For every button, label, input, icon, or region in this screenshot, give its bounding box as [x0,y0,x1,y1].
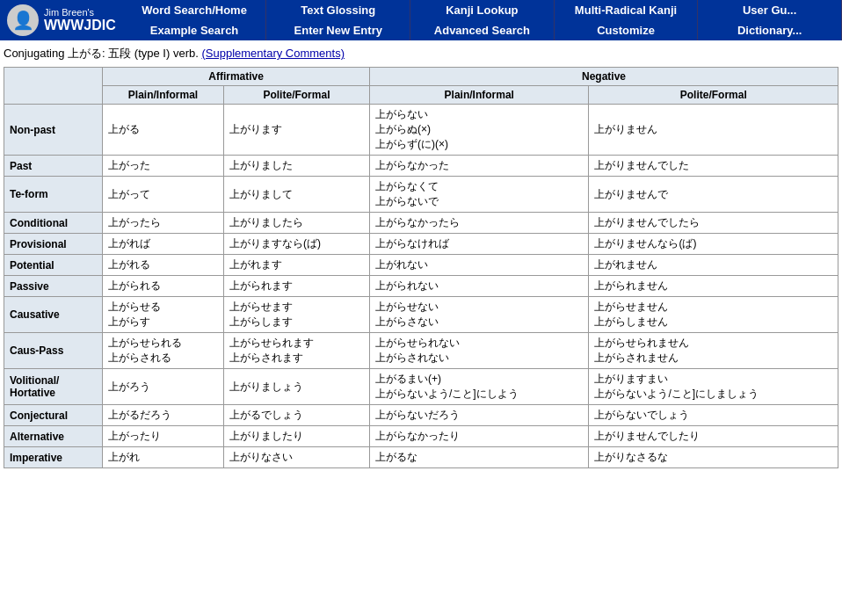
cell-neg_plain: 上がらせない 上がらさない [370,297,589,333]
logo-name: Jim Breen's [44,7,116,18]
row-label: Conjectural [4,405,103,426]
neg-polite-header: Polite/Formal [589,86,838,105]
cell-aff_plain: 上がったら [103,213,224,234]
nav-item[interactable]: Example Search [123,20,267,40]
cell-neg_polite: 上がりませんでした [589,156,838,177]
cell-neg_plain: 上がるまい(+) 上がらないよう/こと]にしよう [370,369,589,405]
table-row: Te-form上がって上がりまして上がらなくて 上がらないで上がりませんで [4,177,838,213]
cell-aff_plain: 上がられる [103,276,224,297]
nav-item[interactable]: User Gu... [698,0,842,20]
cell-neg_polite: 上がりますまい 上がらないよう/こと]にしましょう [589,369,838,405]
cell-aff_polite: 上がりましたり [223,426,369,447]
cell-neg_plain: 上がらなかったら [370,213,589,234]
table-row: Potential上がれる上がれます上がれない上がれません [4,255,838,276]
row-label: Provisional [4,234,103,255]
cell-neg_plain: 上がらない 上がらぬ(×) 上がらず(に)(×) [370,105,589,156]
row-label: Conditional [4,213,103,234]
cell-aff_plain: 上がれる [103,255,224,276]
nav-item[interactable]: Customize [555,20,699,40]
row-label: Caus-Pass [4,333,103,369]
cell-neg_polite: 上がられません [589,276,838,297]
nav-item[interactable]: Word Search/Home [123,0,267,20]
cell-aff_plain: 上がらせる 上がらす [103,297,224,333]
table-row: Passive上がられる上がられます上がられない上がられません [4,276,838,297]
table-row: Causative上がらせる 上がらす上がらせます 上がらします上がらせない 上… [4,297,838,333]
logo-area: 👤 Jim Breen's WWWJDIC [0,0,123,40]
cell-aff_polite: 上がりました [223,156,369,177]
table-row: Alternative上がったり上がりましたり上がらなかったり上がりませんでした… [4,426,838,447]
cell-aff_polite: 上がらせます 上がらします [223,297,369,333]
cell-aff_polite: 上がりますなら(ば) [223,234,369,255]
cell-neg_polite: 上がりません [589,105,838,156]
row-label: Passive [4,276,103,297]
row-label: Volitional/ Hortative [4,369,103,405]
row-label: Alternative [4,426,103,447]
logo-brand: WWWJDIC [44,18,116,33]
cell-neg_plain: 上がらせられない 上がらされない [370,333,589,369]
cell-aff_polite: 上がりましょう [223,369,369,405]
nav-row-bottom: Example SearchEnter New EntryAdvanced Se… [123,20,842,40]
table-row: Volitional/ Hortative上がろう上がりましょう上がるまい(+)… [4,369,838,405]
cell-neg_polite: 上がらせません 上がらしません [589,297,838,333]
row-label: Te-form [4,177,103,213]
aff-plain-header: Plain/Informal [103,86,224,105]
subtitle: Conjugating 上がる: 五段 (type I) verb. (Supp… [4,46,838,62]
nav-area: Word Search/HomeText GlossingKanji Looku… [123,0,842,40]
table-row: Imperative上がれ上がりなさい上がるな上がりなさるな [4,447,838,468]
table-row: Conditional上がったら上がりましたら上がらなかったら上がりませんでした… [4,213,838,234]
cell-neg_plain: 上がらなかった [370,156,589,177]
cell-neg_polite: 上がりませんでしたり [589,426,838,447]
nav-item[interactable]: Text Glossing [266,0,410,20]
cell-aff_polite: 上がられます [223,276,369,297]
avatar: 👤 [7,4,39,36]
cell-neg_plain: 上がられない [370,276,589,297]
cell-aff_plain: 上がらせられる 上がらされる [103,333,224,369]
cell-aff_polite: 上がります [223,105,369,156]
table-row: Provisional上がれば上がりますなら(ば)上がらなければ上がりませんなら… [4,234,838,255]
cell-neg_plain: 上がらなくて 上がらないで [370,177,589,213]
nav-item[interactable]: Enter New Entry [266,20,410,40]
cell-aff_polite: 上がらせられます 上がらされます [223,333,369,369]
row-label: Causative [4,297,103,333]
cell-aff_polite: 上がるでしょう [223,405,369,426]
cell-neg_polite: 上がれません [589,255,838,276]
cell-neg_polite: 上がらせられません 上がらされません [589,333,838,369]
cell-neg_plain: 上がらないだろう [370,405,589,426]
cell-aff_plain: 上がるだろう [103,405,224,426]
row-label: Past [4,156,103,177]
cell-aff_polite: 上がりましたら [223,213,369,234]
row-label: Imperative [4,447,103,468]
cell-aff_plain: 上がって [103,177,224,213]
cell-aff_plain: 上がったり [103,426,224,447]
cell-neg_polite: 上がりませんでしたら [589,213,838,234]
cell-aff_plain: 上がる [103,105,224,156]
conjugation-table: Affirmative Negative Plain/Informal Poli… [4,67,838,468]
cell-neg_plain: 上がるな [370,447,589,468]
cell-aff_plain: 上がろう [103,369,224,405]
nav-item[interactable]: Multi-Radical Kanji [555,0,699,20]
negative-header: Negative [370,68,838,86]
cell-neg_plain: 上がらなければ [370,234,589,255]
row-label: Non-past [4,105,103,156]
cell-aff_plain: 上がった [103,156,224,177]
cell-neg_plain: 上がれない [370,255,589,276]
cell-neg_polite: 上がらないでしょう [589,405,838,426]
affirmative-header: Affirmative [103,68,370,86]
cell-aff_polite: 上がれます [223,255,369,276]
table-row: Caus-Pass上がらせられる 上がらされる上がらせられます 上がらされます上… [4,333,838,369]
subtitle-text: Conjugating 上がる: 五段 (type I) verb. [4,47,199,60]
cell-aff_plain: 上がれ [103,447,224,468]
empty-header [4,68,103,105]
nav-item[interactable]: Kanji Lookup [410,0,555,20]
cell-neg_polite: 上がりなさるな [589,447,838,468]
table-row: Non-past上がる上がります上がらない 上がらぬ(×) 上がらず(に)(×)… [4,105,838,156]
cell-neg_polite: 上がりませんで [589,177,838,213]
aff-polite-header: Polite/Formal [223,86,369,105]
header: 👤 Jim Breen's WWWJDIC Word Search/HomeTe… [0,0,842,40]
supplementary-link[interactable]: (Supplementary Comments) [201,47,345,60]
cell-aff_polite: 上がりまして [223,177,369,213]
nav-item[interactable]: Dictionary... [698,20,842,40]
content: Conjugating 上がる: 五段 (type I) verb. (Supp… [0,40,842,474]
nav-item[interactable]: Advanced Search [410,20,555,40]
cell-neg_polite: 上がりませんなら(ば) [589,234,838,255]
